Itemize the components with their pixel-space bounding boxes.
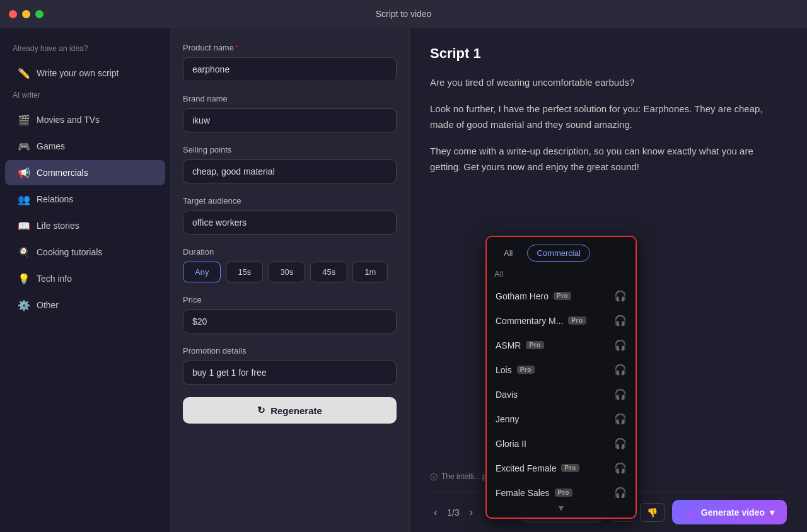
voice-item-left: Gotham Hero Pro [496,291,571,301]
target-audience-group: Target audience [183,196,397,234]
sidebar-item-movies[interactable]: 🎬 Movies and TVs [5,107,165,132]
voice-item-commentary[interactable]: Commentary M... Pro 🎧 [487,308,636,333]
dropdown-more-arrow[interactable]: ▾ [487,498,636,518]
pro-badge: Pro [526,341,543,349]
brand-name-input[interactable] [183,108,397,132]
regenerate-icon: ↻ [257,405,265,416]
regenerate-label: Regenerate [270,405,322,416]
headphone-icon[interactable]: 🎧 [614,388,627,400]
dropdown-search: All [487,267,636,284]
script-panel: Script 1 Are you tired of wearing uncomf… [410,28,807,532]
close-button[interactable] [9,10,17,18]
sidebar-item-tech[interactable]: 💡 Tech info [5,266,165,291]
duration-group: Duration Any 15s 30s 45s 1m [183,247,397,282]
pagination-text: 1/3 [447,507,459,518]
headphone-icon[interactable]: 🎧 [614,315,627,327]
script-para2: Look no further, I have the perfect solu… [430,101,787,133]
prev-page-button[interactable]: ‹ [430,506,441,519]
tab-all[interactable]: All [494,245,522,262]
thumbs-down-button[interactable]: 👎 [640,503,665,522]
sidebar-item-cooking[interactable]: 🍳 Cooking tutorials [5,240,165,265]
sidebar-item-life-stories[interactable]: 📖 Life stories [5,213,165,238]
script-para3: They come with a write-up description, s… [430,143,787,175]
duration-30s[interactable]: 30s [268,262,305,282]
relations-label: Relations [37,194,73,204]
life-stories-label: Life stories [37,221,79,231]
price-group: Price [183,295,397,333]
voice-item-lois[interactable]: Lois Pro 🎧 [487,357,636,382]
duration-label: Duration [183,247,397,257]
regenerate-button[interactable]: ↻ Regenerate [183,397,397,424]
next-page-button[interactable]: › [466,506,477,519]
voice-item-jenny[interactable]: Jenny 🎧 [487,407,636,431]
selling-points-group: Selling points [183,145,397,183]
main-container: Already have an idea? ✏️ Write your own … [0,28,807,532]
tab-commercial[interactable]: Commercial [527,245,589,262]
target-audience-label: Target audience [183,196,397,205]
script-title: Script 1 [430,45,787,62]
cooking-icon: 🍳 [18,246,30,258]
sidebar: Already have an idea? ✏️ Write your own … [0,28,170,532]
voice-item-asmr[interactable]: ASMR Pro 🎧 [487,333,636,357]
duration-buttons: Any 15s 30s 45s 1m [183,262,397,282]
pro-badge: Pro [517,366,535,374]
selling-points-input[interactable] [183,159,397,183]
target-audience-input[interactable] [183,211,397,234]
minimize-button[interactable] [22,10,30,18]
sidebar-item-games[interactable]: 🎮 Games [5,134,165,159]
headphone-icon[interactable]: 🎧 [614,462,627,474]
sidebar-item-relations[interactable]: 👥 Relations [5,187,165,212]
dropdown-tabs: All Commercial [487,237,636,267]
headphone-icon[interactable]: 🎧 [614,290,627,302]
commercials-icon: 📢 [18,166,30,179]
voice-name-text: Jenny [496,414,519,424]
headphone-icon[interactable]: 🎧 [614,413,627,425]
headphone-icon[interactable]: 🎧 [614,487,627,498]
tech-label: Tech info [37,274,72,284]
headphone-icon[interactable]: 🎧 [614,437,627,449]
info-icon: ⓘ [430,472,438,483]
window-controls [9,10,44,18]
brand-name-group: Brand name [183,94,397,132]
generate-video-button[interactable]: Generate video ▾ [672,500,787,524]
dropdown-list: Gotham Hero Pro 🎧 Commentary M... Pro 🎧 … [487,284,636,498]
product-name-label: Product name* [183,43,397,52]
product-name-input[interactable] [183,57,397,81]
promotion-group: Promotion details [183,346,397,385]
voice-name-text: Female Sales [496,488,550,498]
headphone-icon[interactable]: 🎧 [614,364,627,376]
voice-name-text: Davis [496,390,518,400]
voice-name-text: ASMR [496,340,521,350]
maximize-button[interactable] [35,10,44,18]
pro-badge: Pro [554,292,571,300]
price-input[interactable] [183,309,397,333]
generate-label: Generate video [701,507,765,518]
promotion-input[interactable] [183,361,397,385]
product-name-group: Product name* [183,43,397,81]
chevron-down-icon: ▾ [770,507,774,518]
voice-item-gotham-hero[interactable]: Gotham Hero Pro 🎧 [487,284,636,308]
duration-15s[interactable]: 15s [226,262,263,282]
commercials-label: Commercials [37,168,88,178]
pro-badge: Pro [561,464,579,472]
movies-icon: 🎬 [18,113,30,126]
sidebar-item-other[interactable]: ⚙️ Other [5,292,165,318]
duration-any[interactable]: Any [183,262,221,282]
headphone-icon[interactable]: 🎧 [614,339,627,351]
duration-1m[interactable]: 1m [352,262,388,282]
sidebar-item-commercials[interactable]: 📢 Commercials [5,160,165,185]
voice-item-gloria[interactable]: Gloria II 🎧 [487,431,636,456]
voice-item-davis[interactable]: Davis 🎧 [487,382,636,407]
selling-points-label: Selling points [183,145,397,154]
pro-badge: Pro [568,316,586,325]
already-label: Already have an idea? [0,40,170,59]
pro-badge: Pro [555,489,572,497]
other-label: Other [37,300,59,310]
voice-name-text: Commentary M... [496,316,563,326]
voice-item-excited-female[interactable]: Excited Female Pro 🎧 [487,456,636,480]
sidebar-item-write-own[interactable]: ✏️ Write your own script [5,61,165,86]
life-stories-icon: 📖 [18,219,30,232]
voice-item-female-sales[interactable]: Female Sales Pro 🎧 [487,480,636,498]
duration-45s[interactable]: 45s [310,262,347,282]
brand-name-label: Brand name [183,94,397,103]
